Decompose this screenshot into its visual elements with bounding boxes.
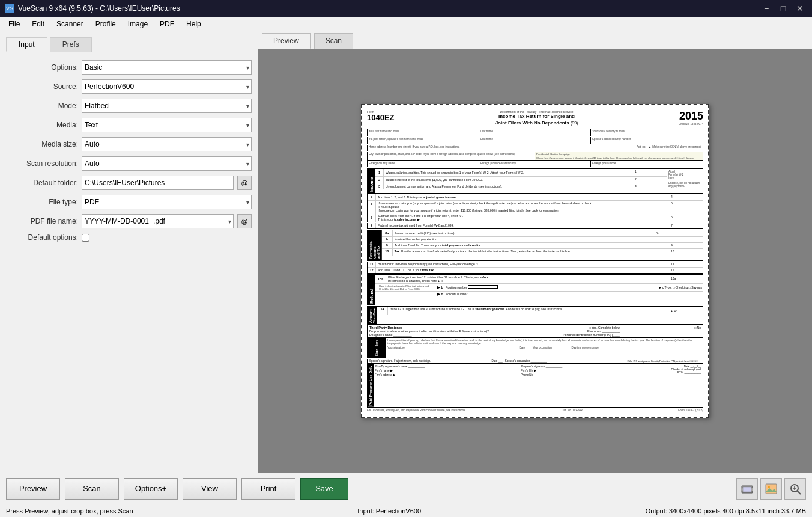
media-select-wrapper: Text Photo ▾ — [82, 118, 252, 132]
media-row: Media: Text Photo ▾ — [6, 118, 252, 132]
scan-icon-button[interactable] — [736, 478, 758, 500]
preview-area: Form 1040EZ Department of the Treasury—I… — [258, 49, 812, 473]
options-label: Options: — [6, 63, 78, 72]
zoom-icon-button[interactable] — [784, 478, 806, 500]
toolbar-icons — [736, 478, 806, 500]
scan-resolution-row: Scan resolution: Auto 300 600 ▾ — [6, 156, 252, 171]
media-size-select[interactable]: Auto Letter A4 — [82, 137, 252, 151]
svg-rect-3 — [751, 488, 753, 491]
pdf-filename-select[interactable]: YYYY-MM-DD-0001+.pdf — [82, 214, 234, 228]
menu-edit[interactable]: Edit — [26, 19, 50, 29]
file-type-row: File type: PDF JPEG TIFF ▾ — [6, 195, 252, 209]
media-size-select-wrapper: Auto Letter A4 ▾ — [82, 137, 252, 151]
status-middle: Input: PerfectionV600 — [357, 507, 421, 515]
default-folder-button[interactable]: @ — [237, 176, 252, 190]
menu-file[interactable]: File — [2, 19, 26, 29]
mode-select[interactable]: Flatbed ADF — [82, 99, 252, 113]
default-folder-input[interactable] — [82, 176, 234, 190]
scanner-icon — [741, 482, 754, 495]
app-icon: VS — [5, 4, 14, 13]
default-options-checkbox[interactable] — [82, 234, 89, 242]
left-panel: Input Prefs Options: Basic Standard Prof… — [0, 31, 258, 473]
svg-rect-4 — [766, 484, 777, 494]
default-folder-row: Default folder: @ — [6, 176, 252, 190]
pdf-filename-button[interactable]: @ — [237, 214, 252, 228]
menu-image[interactable]: Image — [122, 19, 154, 29]
tab-preview[interactable]: Preview — [262, 33, 311, 49]
menu-scanner[interactable]: Scanner — [50, 19, 89, 29]
scan-resolution-select[interactable]: Auto 300 600 — [82, 156, 252, 171]
preview-button[interactable]: Preview — [6, 478, 60, 500]
source-row: Source: PerfectionV600 Flatbed ▾ — [6, 79, 252, 94]
svg-rect-2 — [741, 488, 743, 491]
mode-row: Mode: Flatbed ADF ▾ — [6, 99, 252, 113]
title-bar: VS VueScan 9 x64 (9.5.63) - C:\Users\IEU… — [0, 0, 812, 17]
close-button[interactable]: ✕ — [793, 2, 807, 14]
menu-pdf[interactable]: PDF — [154, 19, 180, 29]
print-button[interactable]: Print — [241, 478, 295, 500]
mode-label: Mode: — [6, 102, 78, 110]
tab-prefs[interactable]: Prefs — [50, 37, 92, 52]
image-icon — [765, 482, 778, 495]
scan-button[interactable]: Scan — [65, 478, 119, 500]
options-select-wrapper: Basic Standard Professional ▾ — [82, 60, 252, 75]
title-bar-text: VueScan 9 x64 (9.5.63) - C:\Users\IEUser… — [18, 4, 180, 13]
status-bar: Press Preview, adjust crop box, press Sc… — [0, 504, 812, 517]
mode-select-wrapper: Flatbed ADF ▾ — [82, 99, 252, 113]
options-row: Options: Basic Standard Professional ▾ — [6, 60, 252, 75]
svg-line-8 — [798, 491, 801, 494]
default-options-row: Default options: — [6, 233, 252, 242]
file-type-select-wrapper: PDF JPEG TIFF ▾ — [82, 195, 252, 209]
media-size-label: Media size: — [6, 140, 78, 148]
maximize-button[interactable]: □ — [776, 2, 790, 14]
bottom-toolbar: Preview Scan Options+ View Print Save — [0, 473, 812, 504]
file-type-label: File type: — [6, 198, 78, 206]
app-body: Input Prefs Options: Basic Standard Prof… — [0, 31, 812, 517]
minimize-button[interactable]: − — [759, 2, 774, 14]
source-select-wrapper: PerfectionV600 Flatbed ▾ — [82, 79, 252, 94]
tab-scan-view[interactable]: Scan — [314, 33, 353, 49]
pdf-filename-label: PDF file name: — [6, 217, 78, 225]
save-button[interactable]: Save — [300, 478, 348, 500]
right-panel: Preview Scan Form 1040EZ Department of — [258, 31, 812, 473]
content-area: Input Prefs Options: Basic Standard Prof… — [0, 31, 812, 473]
options-plus-button[interactable]: Options+ — [124, 478, 178, 500]
menu-help[interactable]: Help — [180, 19, 207, 29]
preview-tab-area: Preview Scan — [258, 31, 812, 49]
menu-bar: File Edit Scanner Profile Image PDF Help — [0, 17, 812, 31]
file-type-select[interactable]: PDF JPEG TIFF — [82, 195, 252, 209]
default-folder-label: Default folder: — [6, 179, 78, 187]
document-preview: Form 1040EZ Department of the Treasury—I… — [361, 104, 709, 417]
svg-point-5 — [768, 486, 770, 488]
zoom-icon — [789, 482, 802, 495]
svg-rect-1 — [743, 487, 751, 492]
scan-resolution-select-wrapper: Auto 300 600 ▾ — [82, 156, 252, 171]
image-icon-button[interactable] — [760, 478, 782, 500]
options-select[interactable]: Basic Standard Professional — [82, 60, 252, 75]
media-size-row: Media size: Auto Letter A4 ▾ — [6, 137, 252, 151]
source-select[interactable]: PerfectionV600 Flatbed — [82, 79, 252, 94]
view-button[interactable]: View — [183, 478, 237, 500]
tab-input[interactable]: Input — [6, 37, 47, 52]
menu-profile[interactable]: Profile — [89, 19, 122, 29]
source-label: Source: — [6, 82, 78, 91]
pdf-filename-row: PDF file name: YYYY-MM-DD-0001+.pdf ▾ @ — [6, 214, 252, 228]
media-select[interactable]: Text Photo — [82, 118, 252, 132]
default-options-label: Default options: — [6, 233, 78, 242]
media-label: Media: — [6, 121, 78, 129]
status-left: Press Preview, adjust crop box, press Sc… — [6, 507, 133, 515]
scan-resolution-label: Scan resolution: — [6, 159, 78, 168]
status-right: Output: 3400x4400 pixels 400 dpi 8.5x11 … — [646, 507, 806, 515]
